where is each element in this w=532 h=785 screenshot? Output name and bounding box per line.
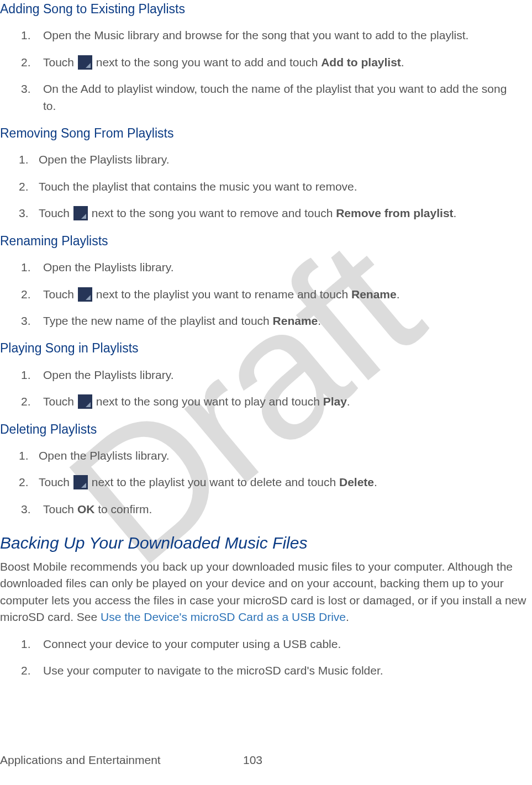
list-item: 3. Touch OK to confirm. [0, 501, 532, 518]
list-item: 1. Open the Playlists library. [0, 367, 532, 383]
step-text: next to the song you want to add and tou… [93, 56, 321, 69]
step-text: Open the Playlists library. [39, 449, 170, 462]
bold-action: Delete [339, 476, 374, 488]
number-marker: 3. [21, 501, 31, 518]
number-marker: 1. [21, 636, 31, 652]
step-text: Open the Playlists library. [43, 261, 174, 273]
heading-removing-song: Removing Song From Playlists [0, 124, 532, 143]
para-text: . [346, 610, 349, 623]
menu-icon [73, 206, 88, 220]
step-text: to confirm. [94, 503, 152, 515]
list-item: 1. Open the Playlists library. [0, 447, 532, 464]
list-item: 2. Touch next to the song you want to pl… [0, 393, 532, 410]
step-text: Use your computer to navigate to the mic… [43, 664, 383, 677]
bold-action: OK [77, 503, 95, 515]
bold-action: Rename [273, 314, 318, 327]
bold-action: Remove from playlist [336, 207, 453, 219]
list-item: 1. Open the Music library and browse for… [0, 27, 532, 44]
step-text: . [454, 207, 457, 219]
heading-playing: Playing Song in Playlists [0, 339, 532, 357]
step-text: Touch [43, 288, 77, 301]
step-text: Connect your device to your computer usi… [43, 638, 341, 650]
number-marker: 3. [19, 205, 29, 222]
bold-action: Play [323, 395, 347, 408]
number-marker: 2. [21, 54, 31, 71]
menu-icon [73, 475, 88, 489]
footer-page-number: 103 [243, 752, 262, 768]
step-text: next to the playlist you want to delete … [88, 476, 339, 488]
number-marker: 2. [21, 662, 31, 679]
page-footer: Applications and Entertainment 103 [0, 752, 532, 768]
list-item: 1. Open the Playlists library. [0, 151, 532, 168]
menu-icon [78, 394, 92, 409]
step-text: Type the new name of the playlist and to… [43, 314, 273, 327]
list-item: 2. Use your computer to navigate to the … [0, 662, 532, 679]
heading-renaming: Renaming Playlists [0, 232, 532, 250]
number-marker: 1. [19, 151, 29, 168]
number-marker: 2. [19, 474, 29, 491]
number-marker: 1. [21, 259, 31, 276]
step-text: Open the Playlists library. [39, 153, 170, 166]
number-marker: 1. [21, 27, 31, 44]
list-item: 2. Touch next to the playlist you want t… [0, 474, 532, 491]
number-marker: 2. [19, 178, 29, 195]
step-text: . [397, 288, 400, 301]
step-text: Open the Music library and browse for th… [43, 29, 468, 41]
backup-paragraph: Boost Mobile recommends you back up your… [0, 559, 532, 626]
list-item: 2. Touch next to the song you want to ad… [0, 54, 532, 71]
step-text: Open the Playlists library. [43, 368, 174, 381]
usb-drive-link[interactable]: Use the Device's microSD Card as a USB D… [101, 610, 346, 623]
step-text: Touch [39, 207, 73, 219]
step-text: Touch [43, 395, 77, 408]
heading-backing-up: Backing Up Your Downloaded Music Files [0, 531, 532, 555]
step-text: On the Add to playlist window, touch the… [43, 82, 507, 112]
number-marker: 1. [19, 447, 29, 464]
list-item: 2. Touch next to the playlist you want t… [0, 286, 532, 303]
number-marker: 2. [21, 393, 31, 410]
list-item: 1. Connect your device to your computer … [0, 636, 532, 652]
step-text: . [374, 476, 377, 488]
heading-adding-song: Adding Song to Existing Playlists [0, 0, 532, 18]
footer-chapter: Applications and Entertainment [0, 752, 161, 768]
menu-icon [78, 287, 92, 302]
list-item: 3. On the Add to playlist window, touch … [0, 81, 532, 114]
number-marker: 3. [21, 81, 31, 97]
number-marker: 2. [21, 286, 31, 303]
step-text: Touch [43, 503, 77, 515]
step-text: . [401, 56, 404, 69]
step-text: . [318, 314, 321, 327]
list-item: 2. Touch the playlist that contains the … [0, 178, 532, 195]
bold-action: Add to playlist [321, 56, 401, 69]
step-text: Touch [43, 56, 77, 69]
list-item: 1. Open the Playlists library. [0, 259, 532, 276]
bold-action: Rename [351, 288, 397, 301]
step-text: next to the song you want to play and to… [93, 395, 323, 408]
step-text: Touch the playlist that contains the mus… [39, 180, 357, 193]
list-item: 3. Touch next to the song you want to re… [0, 205, 532, 222]
step-text: Touch [39, 476, 73, 488]
list-item: 3. Type the new name of the playlist and… [0, 313, 532, 329]
step-text: . [347, 395, 350, 408]
number-marker: 1. [21, 367, 31, 383]
menu-icon [78, 55, 92, 70]
heading-deleting: Deleting Playlists [0, 420, 532, 439]
number-marker: 3. [21, 313, 31, 329]
step-text: next to the playlist you want to rename … [93, 288, 351, 301]
step-text: next to the song you want to remove and … [88, 207, 336, 219]
